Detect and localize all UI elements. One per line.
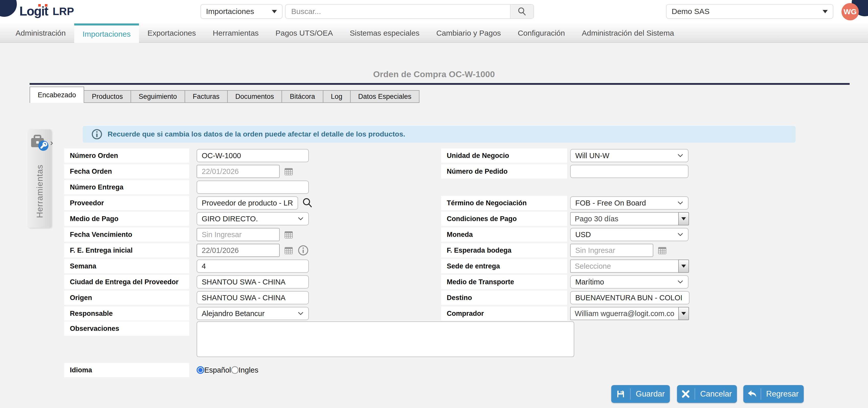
- search-input[interactable]: [286, 5, 510, 18]
- sede-entrega-dropdown-button[interactable]: [678, 260, 689, 273]
- field-label: Número Entrega: [64, 180, 189, 194]
- field-label: Origen: [64, 291, 189, 305]
- unidad-negocio-select[interactable]: Will UN-W: [570, 149, 688, 162]
- tab-seguimiento[interactable]: Seguimiento: [130, 90, 185, 103]
- chevron-down-icon: [298, 311, 304, 315]
- back-arrow-icon: [747, 389, 757, 399]
- field-label: Fecha Orden: [64, 164, 189, 178]
- radio-espanol[interactable]: [196, 366, 204, 374]
- nav-item-administracion[interactable]: Administración: [7, 24, 74, 43]
- toolbox-icon: [30, 133, 50, 152]
- radio-espanol-label: Español: [204, 366, 231, 374]
- numero-entrega-input[interactable]: [196, 180, 309, 194]
- condiciones-pago-value[interactable]: Pago 30 días: [570, 212, 678, 226]
- user-avatar[interactable]: WG: [841, 3, 859, 21]
- radio-ingles-label: Ingles: [239, 366, 258, 374]
- search-button[interactable]: [510, 5, 533, 18]
- calendar-icon[interactable]: [283, 245, 294, 256]
- expand-chevron-icon[interactable]: ›: [50, 138, 53, 147]
- logo-accent-dot: [45, 4, 48, 7]
- field-label: Condiciones de Pago: [441, 212, 567, 226]
- avatar-initials: WG: [843, 7, 857, 16]
- origen-input[interactable]: [196, 291, 309, 304]
- row-sede-entrega: Sede de entrega Seleccione: [441, 258, 696, 274]
- nav-item-importaciones[interactable]: Importaciones: [74, 24, 139, 43]
- tab-productos[interactable]: Productos: [84, 90, 131, 103]
- sede-entrega-combo: Seleccione: [570, 260, 689, 273]
- corner-decoration-left: [0, 0, 17, 17]
- tab-bitacora[interactable]: Bitácora: [281, 90, 323, 103]
- row-observaciones: Observaciones: [64, 321, 574, 360]
- condiciones-pago-dropdown-button[interactable]: [678, 212, 689, 226]
- chevron-down-icon: [677, 154, 683, 158]
- company-select-value: Demo SAS: [672, 7, 709, 16]
- nav-item-pagos-uts-oea[interactable]: Pagos UTS/OEA: [267, 24, 341, 43]
- medio-pago-select[interactable]: GIRO DIRECTO.: [196, 212, 309, 226]
- module-select[interactable]: Importaciones: [200, 4, 282, 19]
- destino-input[interactable]: [570, 291, 689, 304]
- condiciones-pago-combo: Pago 30 días: [570, 212, 689, 226]
- comprador-dropdown-button[interactable]: [678, 307, 689, 320]
- main-navbar: Administración Importaciones Exportacion…: [0, 24, 868, 43]
- observaciones-textarea[interactable]: [196, 321, 574, 357]
- lookup-magnifier-icon[interactable]: [302, 197, 313, 209]
- dropdown-arrow-icon: [272, 10, 277, 13]
- nav-item-configuracion[interactable]: Configuración: [509, 24, 573, 43]
- medio-transporte-value: Marítimo: [575, 278, 604, 286]
- termino-negociacion-select[interactable]: FOB - Free On Board: [570, 196, 688, 210]
- tab-datos-especiales[interactable]: Datos Especiales: [350, 90, 420, 103]
- info-icon[interactable]: [298, 245, 309, 256]
- chevron-down-icon: [677, 233, 683, 237]
- nav-item-exportaciones[interactable]: Exportaciones: [139, 24, 204, 43]
- logo-suffix: LRP: [53, 5, 74, 18]
- responsable-value: Alejandro Betancur: [202, 309, 265, 318]
- moneda-select[interactable]: USD: [570, 228, 688, 241]
- numero-pedido-input[interactable]: [570, 165, 688, 178]
- fe-entrega-inicial-input[interactable]: [196, 244, 280, 257]
- fecha-vencimiento-input: [196, 228, 280, 241]
- calendar-icon[interactable]: [657, 245, 668, 256]
- back-button[interactable]: Regresar: [743, 385, 804, 403]
- field-label: Término de Negociación: [441, 196, 567, 210]
- nav-item-cambiario-y-pagos[interactable]: Cambiario y Pagos: [428, 24, 509, 43]
- radio-ingles[interactable]: [231, 366, 239, 374]
- cancel-button[interactable]: Cancelar: [677, 385, 737, 403]
- fecha-orden-input: [196, 165, 280, 178]
- nav-item-sistemas-especiales[interactable]: Sistemas especiales: [341, 24, 428, 43]
- row-f-esperada-bodega: F. Esperada bodega: [441, 242, 696, 258]
- calendar-icon[interactable]: [283, 229, 294, 240]
- row-medio-transporte: Medio de Transporte Marítimo: [441, 274, 696, 290]
- row-comprador: Comprador William wguerra@logit.com.co: [441, 306, 696, 321]
- ciudad-entrega-input[interactable]: [196, 275, 309, 288]
- back-button-label: Regresar: [761, 389, 804, 399]
- chevron-down-icon: [677, 201, 683, 205]
- responsable-select[interactable]: Alejandro Betancur: [196, 307, 309, 320]
- comprador-value[interactable]: William wguerra@logit.com.co: [570, 307, 678, 320]
- tab-encabezado[interactable]: Encabezado: [30, 87, 84, 103]
- calendar-icon[interactable]: [283, 166, 294, 177]
- proveedor-input[interactable]: [196, 196, 298, 210]
- nav-item-herramientas[interactable]: Herramientas: [204, 24, 267, 43]
- nav-item-administracion-sistema[interactable]: Administración del Sistema: [574, 24, 683, 43]
- chevron-down-icon: [298, 217, 304, 221]
- row-condiciones-pago: Condiciones de Pago Pago 30 días: [441, 211, 696, 227]
- info-icon: [91, 129, 102, 140]
- unidad-negocio-value: Will UN-W: [575, 151, 610, 160]
- row-destino: Destino: [441, 290, 696, 306]
- semana-input[interactable]: [196, 260, 309, 273]
- sede-entrega-value[interactable]: Seleccione: [570, 260, 678, 273]
- company-select[interactable]: Demo SAS: [666, 4, 833, 19]
- tools-panel[interactable]: › Herramientas: [28, 129, 52, 228]
- logo-text: Logit: [20, 5, 48, 18]
- module-select-value: Importaciones: [206, 7, 254, 16]
- save-button[interactable]: Guardar: [611, 385, 670, 403]
- medio-pago-value: GIRO DIRECTO.: [202, 215, 258, 223]
- row-termino-negociacion: Término de Negociación FOB - Free On Boa…: [441, 195, 696, 211]
- tab-facturas[interactable]: Facturas: [185, 90, 228, 103]
- medio-transporte-select[interactable]: Marítimo: [570, 275, 688, 288]
- comprador-combo: William wguerra@logit.com.co: [570, 307, 689, 320]
- numero-orden-input[interactable]: [196, 149, 309, 162]
- tab-log[interactable]: Log: [323, 90, 351, 103]
- f-esperada-bodega-input: [570, 244, 653, 257]
- tab-documentos[interactable]: Documentos: [227, 90, 282, 103]
